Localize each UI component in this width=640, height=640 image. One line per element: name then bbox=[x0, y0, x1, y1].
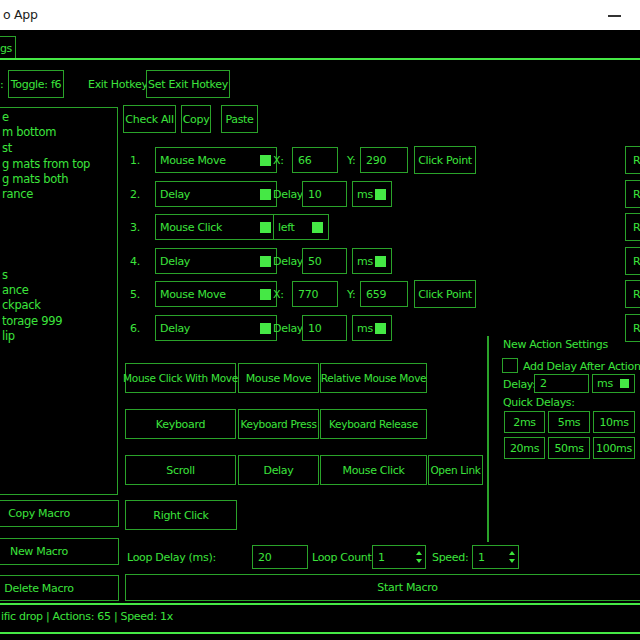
add-delay-checkbox[interactable] bbox=[502, 358, 518, 373]
palette-label: Scroll bbox=[166, 464, 194, 477]
macro-list[interactable]: e m bottom st g mats from top g mats bot… bbox=[0, 107, 118, 495]
dropdown-square-icon bbox=[375, 323, 386, 334]
macro-list-item[interactable]: m bottom bbox=[2, 125, 56, 139]
macro-list-item[interactable]: g mats from top bbox=[2, 157, 90, 171]
action-type-value: Delay bbox=[160, 255, 190, 268]
minimize-icon[interactable] bbox=[608, 15, 621, 17]
dropdown-square-icon bbox=[260, 155, 271, 166]
macro-list-item[interactable]: lip bbox=[2, 329, 15, 343]
palette-mouse-click-button[interactable]: Mouse Click bbox=[320, 455, 427, 485]
palette-keyboard-press-button[interactable]: Keyboard Press bbox=[238, 409, 319, 439]
remove-action-button[interactable]: R bbox=[625, 180, 640, 208]
action-type-dropdown[interactable]: Delay bbox=[155, 315, 277, 341]
tab-settings[interactable]: gs bbox=[0, 36, 16, 60]
loop-count-stepper[interactable]: 1 bbox=[372, 545, 426, 569]
quick-delay-label: 5ms bbox=[558, 416, 581, 429]
macro-list-item[interactable]: torage 999 bbox=[2, 314, 62, 328]
macro-list-item[interactable]: s bbox=[2, 268, 8, 282]
remove-label: R bbox=[633, 154, 640, 167]
mouse-button-value: left bbox=[278, 221, 295, 234]
palette-mouse-click-with-move-button[interactable]: Mouse Click With Move bbox=[125, 363, 236, 393]
speed-stepper[interactable]: 1 bbox=[472, 545, 519, 569]
quick-delay-100ms-button[interactable]: 100ms bbox=[593, 437, 635, 459]
palette-scroll-button[interactable]: Scroll bbox=[125, 455, 236, 485]
spinner-down-icon[interactable] bbox=[416, 559, 422, 563]
x-input[interactable] bbox=[292, 281, 338, 307]
nas-delay-input[interactable] bbox=[534, 374, 589, 393]
mouse-button-dropdown[interactable]: left bbox=[273, 214, 329, 240]
macro-list-item[interactable]: ckpack bbox=[2, 298, 41, 312]
quick-delay-5ms-button[interactable]: 5ms bbox=[548, 411, 590, 433]
palette-open-link-button[interactable]: Open Link bbox=[428, 455, 483, 485]
loop-delay-label: Loop Delay (ms): bbox=[127, 551, 216, 564]
delay-unit-value: ms bbox=[357, 322, 373, 335]
nas-delay-unit-dropdown[interactable]: ms bbox=[592, 374, 635, 393]
loop-delay-input[interactable] bbox=[252, 545, 308, 569]
delay-unit-dropdown[interactable]: ms bbox=[352, 248, 392, 274]
palette-keyboard-button[interactable]: Keyboard bbox=[125, 409, 236, 439]
delay-input[interactable] bbox=[302, 315, 347, 341]
row-number: 2. bbox=[130, 188, 140, 201]
delay-input[interactable] bbox=[302, 248, 347, 274]
y-label: Y: bbox=[347, 154, 355, 167]
start-macro-button[interactable]: Start Macro bbox=[125, 574, 640, 601]
remove-action-button[interactable]: R bbox=[625, 247, 640, 275]
quick-delays-label: Quick Delays: bbox=[503, 396, 575, 409]
palette-delay-button[interactable]: Delay bbox=[238, 455, 319, 485]
macro-list-item[interactable]: g mats both bbox=[2, 172, 68, 186]
window-title: o App bbox=[3, 0, 38, 30]
remove-action-button[interactable]: R bbox=[625, 213, 640, 241]
dropdown-square-icon bbox=[620, 379, 629, 388]
remove-label: R bbox=[633, 255, 640, 268]
dropdown-square-icon bbox=[375, 189, 386, 200]
palette-keyboard-release-button[interactable]: Keyboard Release bbox=[320, 409, 427, 439]
quick-delay-2ms-button[interactable]: 2ms bbox=[504, 411, 545, 433]
palette-label: Mouse Move bbox=[246, 372, 312, 385]
row-number: 1. bbox=[130, 154, 140, 167]
macro-list-item[interactable]: rance bbox=[2, 187, 33, 201]
dropdown-square-icon bbox=[312, 222, 323, 233]
x-input[interactable] bbox=[292, 147, 338, 173]
toggle-hotkey-label: Toggle: f6 bbox=[11, 78, 61, 91]
click-point-button[interactable]: Click Point bbox=[414, 146, 476, 174]
paste-label: Paste bbox=[225, 113, 253, 126]
spinner-up-icon[interactable] bbox=[416, 551, 422, 555]
remove-action-button[interactable]: R bbox=[625, 314, 640, 342]
copy-macro-label: Copy Macro bbox=[8, 507, 70, 520]
copy-macro-button[interactable]: Copy Macro bbox=[0, 500, 119, 527]
set-exit-hotkey-button[interactable]: Set Exit Hotkey bbox=[146, 70, 230, 98]
click-point-button[interactable]: Click Point bbox=[414, 280, 476, 308]
action-type-dropdown[interactable]: Mouse Move bbox=[155, 281, 277, 307]
toggle-hotkey-button[interactable]: Toggle: f6 bbox=[8, 70, 64, 98]
y-input[interactable] bbox=[360, 147, 408, 173]
action-type-dropdown[interactable]: Mouse Move bbox=[155, 147, 277, 173]
delay-unit-dropdown[interactable]: ms bbox=[352, 315, 392, 341]
palette-label: Keyboard Press bbox=[240, 418, 316, 430]
check-all-button[interactable]: Check All bbox=[123, 105, 176, 133]
palette-right-click-button[interactable]: Right Click bbox=[125, 500, 237, 530]
remove-action-button[interactable]: R bbox=[625, 280, 640, 308]
palette-mouse-move-button[interactable]: Mouse Move bbox=[238, 363, 319, 393]
spinner-up-icon[interactable] bbox=[509, 551, 515, 555]
quick-delay-20ms-button[interactable]: 20ms bbox=[504, 437, 545, 459]
action-type-dropdown[interactable]: Delay bbox=[155, 181, 277, 207]
macro-list-item[interactable]: st bbox=[2, 141, 12, 155]
paste-button[interactable]: Paste bbox=[221, 105, 258, 133]
macro-list-item[interactable]: e bbox=[2, 110, 9, 124]
delay-unit-dropdown[interactable]: ms bbox=[352, 181, 392, 207]
delay-input[interactable] bbox=[302, 181, 347, 207]
new-macro-button[interactable]: New Macro bbox=[0, 538, 119, 565]
macro-list-item[interactable]: ance bbox=[2, 283, 29, 297]
action-type-dropdown[interactable]: Delay bbox=[155, 248, 277, 274]
palette-relative-mouse-move-button[interactable]: Relative Mouse Move bbox=[320, 363, 427, 393]
quick-delay-10ms-button[interactable]: 10ms bbox=[593, 411, 635, 433]
copy-button[interactable]: Copy bbox=[181, 105, 211, 133]
palette-label: Keyboard Release bbox=[329, 418, 418, 430]
spinner-down-icon[interactable] bbox=[509, 559, 515, 563]
remove-action-button[interactable]: R bbox=[625, 146, 640, 174]
delete-macro-button[interactable]: Delete Macro bbox=[0, 575, 119, 601]
y-input[interactable] bbox=[360, 281, 408, 307]
dropdown-square-icon bbox=[260, 189, 271, 200]
quick-delay-50ms-button[interactable]: 50ms bbox=[548, 437, 590, 459]
action-type-dropdown[interactable]: Mouse Click bbox=[155, 214, 277, 240]
